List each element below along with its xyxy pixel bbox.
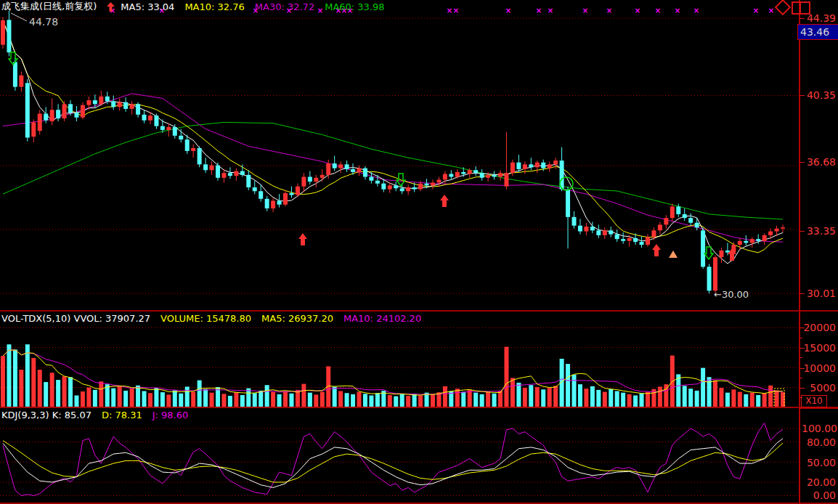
volume-panel[interactable] [0, 328, 800, 407]
svg-text:×: × [635, 7, 640, 15]
axis-tick [800, 231, 805, 232]
axis-tick [800, 95, 805, 96]
volume-axis-label: 20000 [802, 322, 836, 333]
axis-tick [800, 328, 805, 328]
axis-tick [800, 162, 805, 163]
kdj-header: KDJ(9,3,3) K: 85.07 D: 78.31 J: 98.60 [1, 409, 188, 420]
ma30-value: MA30: 32.72 [255, 1, 314, 12]
price-axis-label: 40.35 [802, 89, 836, 101]
axis-tick [800, 293, 805, 294]
vol-indicator-label: VOL-TDX(5,10) VVOL: 37907.27 [1, 313, 150, 324]
volume-header: VOL-TDX(5,10) VVOL: 37907.27 VOLUME: 154… [1, 312, 421, 324]
volume-axis-label: 5000 [802, 382, 836, 394]
main-chart-header: 成飞集成(日线,前复权) MA5: 33.04 MA10: 32.76 MA30… [1, 1, 385, 12]
kdj-d-value: D: 78.31 [102, 410, 142, 420]
axis-tick [800, 18, 805, 19]
svg-text:×: × [655, 7, 661, 15]
volume-multiplier-badge: X10 [801, 395, 827, 407]
axis-tick [800, 348, 805, 349]
svg-text:×: × [582, 7, 588, 15]
axis-tick [800, 378, 802, 378]
chart-canvas[interactable]: 44.78←30.00××××××××××××××××××××× [0, 0, 838, 504]
svg-text:×: × [505, 7, 511, 15]
ma10-value: MA10: 32.76 [184, 1, 244, 12]
volume-value: VOLUME: 15478.80 [160, 313, 251, 324]
price-axis-label: 36.68 [802, 156, 836, 168]
price-axis-label: 30.01 [802, 288, 836, 299]
svg-text:×: × [675, 7, 680, 15]
svg-text:×: × [548, 7, 553, 15]
kdj-axis-label: 50.00 [802, 457, 836, 468]
kdj-axis-label: 80.00 [802, 436, 836, 448]
kdj-j-value: J: 98.60 [152, 410, 189, 420]
vol-ma5-value: MA5: 26937.20 [261, 313, 333, 324]
svg-text:×: × [606, 7, 612, 15]
trading-app-window: 44.78←30.00××××××××××××××××××××× 成飞集成(日线… [0, 0, 838, 504]
kdj-k-value: KDJ(9,3,3) K: 85.07 [1, 410, 91, 420]
last-price-tag: 43.46 [797, 24, 838, 40]
kdj-axis-label: 0.00 [802, 489, 836, 501]
panel-separator-1 [0, 310, 838, 312]
vol-ma10-value: MA10: 24102.20 [343, 313, 421, 324]
svg-text:×: × [693, 7, 699, 15]
main-candlestick-panel[interactable]: 44.78←30.00××××××××××××××××××××× [0, 7, 800, 300]
svg-text:×: × [768, 7, 774, 15]
svg-text:×: × [453, 7, 459, 15]
up-arrow-icon [107, 2, 115, 12]
axis-tick [800, 388, 805, 389]
svg-text:×: × [753, 7, 759, 15]
price-axis-label: 33.35 [802, 225, 836, 237]
window-panes-icon[interactable] [792, 1, 810, 15]
chart-title: 成飞集成(日线,前复权) [1, 0, 97, 13]
kdj-axis-label: 100.00 [802, 423, 836, 434]
svg-text:×: × [536, 7, 542, 15]
svg-text:←30.00: ←30.00 [714, 289, 749, 300]
volume-axis-label: 15000 [802, 342, 836, 354]
volume-axis-label: 10000 [802, 362, 836, 374]
axis-tick [800, 357, 802, 358]
panel-separator-2 [0, 407, 838, 408]
axis-tick [800, 368, 805, 369]
axis-tick [800, 338, 802, 338]
ma5-value: MA5: 33.04 [121, 1, 174, 12]
kdj-axis-label: 20.00 [802, 476, 836, 488]
kdj-panel[interactable] [0, 423, 800, 496]
svg-text:44.78: 44.78 [29, 16, 58, 28]
ma60-value: MA60: 33.98 [325, 1, 384, 12]
svg-text:×: × [447, 7, 452, 15]
